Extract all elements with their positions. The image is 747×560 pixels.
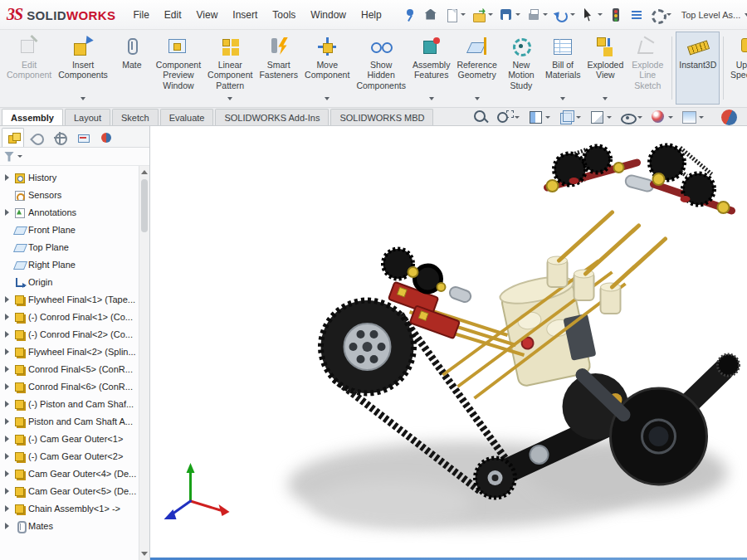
expand-arrow-icon[interactable] <box>4 382 12 391</box>
tree-item[interactable]: (-) Cam Gear Outer<2> <box>2 447 139 465</box>
assembly-features-button[interactable]: Assembly Features <box>409 32 454 105</box>
rebuild-icon[interactable] <box>607 6 625 24</box>
instant3d-button[interactable]: Instant3D <box>676 32 720 105</box>
reference-geometry-button[interactable]: Reference Geometry <box>453 32 500 105</box>
component-preview-window-button[interactable]: Component Preview Window <box>153 32 204 105</box>
expand-arrow-icon[interactable] <box>4 348 12 356</box>
hide-show-items-icon[interactable] <box>619 109 642 125</box>
tab-solidworks-add-ins[interactable]: SOLIDWORKS Add-Ins <box>215 109 329 125</box>
tree-item[interactable]: (-) Cam Gear Outer<1> <box>2 430 139 447</box>
tree-item[interactable]: (-) Conrod Final<2> (Co... <box>2 325 139 343</box>
expand-arrow-icon[interactable] <box>4 487 12 495</box>
section-view-icon[interactable] <box>527 109 550 125</box>
tab-sketch[interactable]: Sketch <box>112 109 159 125</box>
tree-item[interactable]: Sensors <box>2 186 139 203</box>
file-properties-icon[interactable] <box>627 6 646 24</box>
expand-arrow-icon[interactable] <box>4 504 12 513</box>
tree-item[interactable]: (-) Piston and Cam Shaf... <box>2 395 139 412</box>
update-speedpak-button[interactable]: Update Speedpak <box>727 32 747 105</box>
featuremanager-tab[interactable] <box>2 128 24 147</box>
display-style-icon[interactable] <box>588 109 612 125</box>
menu-item[interactable]: File <box>125 9 156 21</box>
options-icon[interactable] <box>648 6 673 24</box>
expand-arrow-icon[interactable] <box>4 522 12 530</box>
smart-fasteners-button[interactable]: Smart Fasteners <box>256 32 301 105</box>
bill-of-materials-button[interactable]: Bill of Materials <box>542 32 584 105</box>
scroll-down-icon[interactable] <box>139 548 149 559</box>
expand-arrow-icon[interactable] <box>4 365 12 373</box>
tree-item[interactable]: Piston and Cam Shaft A... <box>2 412 139 430</box>
mate-button[interactable]: Mate <box>111 32 153 105</box>
expand-arrow-icon[interactable] <box>4 173 12 182</box>
pin-icon[interactable] <box>401 6 419 24</box>
menu-item[interactable]: Tools <box>265 9 303 21</box>
tree-item[interactable]: Front Plane <box>2 221 139 238</box>
dimxpertmanager-tab[interactable] <box>71 128 94 147</box>
origin-icon <box>14 276 26 288</box>
tree-item[interactable]: Cam Gear Outer<5> (De... <box>2 482 139 499</box>
expand-arrow-icon[interactable] <box>4 417 12 426</box>
expand-arrow-icon[interactable] <box>4 208 12 217</box>
apply-scene-icon[interactable] <box>681 109 704 125</box>
graphics-area[interactable] <box>150 126 747 560</box>
new-document-icon[interactable] <box>442 6 467 24</box>
save-icon[interactable] <box>497 6 522 24</box>
tree-item[interactable]: Flywheel Final<1> (Tape... <box>2 290 139 308</box>
propertymanager-tab[interactable] <box>25 128 47 147</box>
menu-item[interactable]: Edit <box>157 9 189 21</box>
open-icon[interactable] <box>470 6 495 24</box>
tree-filter[interactable] <box>0 148 149 166</box>
displaymanager-tab[interactable] <box>95 128 117 147</box>
edit-appearance-icon[interactable] <box>650 109 673 125</box>
tree-item[interactable]: Annotations <box>2 203 139 221</box>
tree-item[interactable]: Chain Assembly<1> -> <box>2 499 139 517</box>
scroll-up-icon[interactable] <box>139 167 149 178</box>
tree-item[interactable]: Origin <box>2 273 139 290</box>
tree-item[interactable]: Cam Gear Outer<4> (De... <box>2 465 139 482</box>
view-orientation-icon[interactable] <box>558 109 581 125</box>
new-motion-study-button[interactable]: New Motion Study <box>500 32 542 105</box>
tab-solidworks-mbd[interactable]: SOLIDWORKS MBD <box>330 109 433 125</box>
tab-layout[interactable]: Layout <box>65 109 110 125</box>
engine-assembly-model[interactable] <box>150 126 747 560</box>
insert-components-button[interactable]: Insert Components <box>55 32 111 105</box>
quick-view-settings-icon[interactable] <box>721 110 737 125</box>
print-icon[interactable] <box>525 6 549 24</box>
expand-arrow-icon[interactable] <box>4 330 12 338</box>
show-hidden-components-button[interactable]: Show Hidden Components <box>353 32 409 105</box>
expand-arrow-icon[interactable] <box>4 313 12 321</box>
move-component-button[interactable]: Move Component <box>301 32 353 105</box>
tab-assembly[interactable]: Assembly <box>2 109 63 125</box>
zoom-fit-icon[interactable] <box>472 109 489 125</box>
home-icon[interactable] <box>422 6 440 24</box>
expand-arrow-icon[interactable] <box>4 470 12 478</box>
select-icon[interactable] <box>579 6 604 24</box>
exploded-view-button[interactable]: Exploded View <box>584 32 627 105</box>
linear-component-pattern-button[interactable]: Linear Component Pattern <box>204 32 256 105</box>
tree-item[interactable]: Mates <box>2 517 139 534</box>
expand-arrow-icon[interactable] <box>4 452 12 460</box>
edit-component-button[interactable]: Edit Component <box>3 32 55 105</box>
expand-arrow-icon[interactable] <box>4 435 12 443</box>
expand-arrow-icon[interactable] <box>4 295 12 304</box>
tree-item[interactable]: Conrod Final<5> (ConR... <box>2 360 139 377</box>
expand-arrow-icon[interactable] <box>4 400 12 408</box>
search-scope-dropdown[interactable]: Top Level As... <box>681 10 747 20</box>
tree-item[interactable]: Flywheel Final<2> (Splin... <box>2 343 139 360</box>
menu-item[interactable]: View <box>189 9 226 21</box>
explode-line-sketch-button[interactable]: Explode Line Sketch <box>627 32 668 105</box>
menu-item[interactable]: Window <box>303 9 354 21</box>
undo-icon[interactable] <box>552 6 577 24</box>
tree-item[interactable]: Top Plane <box>2 238 139 256</box>
tree-item[interactable]: History <box>2 168 139 186</box>
zoom-area-icon[interactable] <box>496 109 520 125</box>
menu-item[interactable]: Insert <box>225 9 265 21</box>
tree-scrollbar[interactable] <box>139 166 149 560</box>
scroll-thumb[interactable] <box>141 179 148 232</box>
menu-item[interactable]: Help <box>354 9 389 21</box>
tab-evaluate[interactable]: Evaluate <box>160 109 214 125</box>
tree-item[interactable]: (-) Conrod Final<1> (Co... <box>2 308 139 325</box>
tree-item[interactable]: Conrod Final<6> (ConR... <box>2 377 139 395</box>
configurationmanager-tab[interactable] <box>48 128 71 147</box>
tree-item[interactable]: Right Plane <box>2 256 139 273</box>
